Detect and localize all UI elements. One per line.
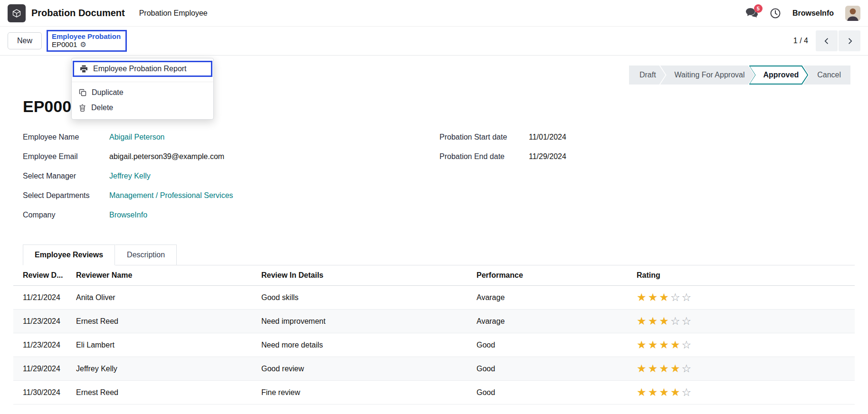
action-menu-gear-icon[interactable]: ⚙ <box>80 41 86 48</box>
messages-button[interactable]: 5 <box>745 8 758 19</box>
rating-stars[interactable]: ★★★★☆ <box>637 386 693 398</box>
breadcrumb-current: EP0001 <box>52 40 77 48</box>
header-reviewer-name[interactable]: Reviewer Name <box>76 265 261 286</box>
employee-email-value[interactable]: abigail.peterson39@example.com <box>109 152 224 161</box>
top-navbar: Probation Document Probation Employee 5 … <box>0 0 868 27</box>
status-step-cancel[interactable]: Cancel <box>803 66 850 85</box>
header-performance[interactable]: Performance <box>477 265 637 286</box>
manager-link[interactable]: Jeffrey Kelly <box>109 172 151 180</box>
star-filled-icon[interactable]: ★ <box>659 386 670 398</box>
app-name[interactable]: Probation Document <box>31 8 125 19</box>
star-filled-icon[interactable]: ★ <box>648 315 659 327</box>
table-row[interactable]: 11/29/2024 Jeffrey Kelly Good review Goo… <box>13 357 855 381</box>
star-filled-icon[interactable]: ★ <box>648 386 659 398</box>
rating-stars[interactable]: ★★★☆☆ <box>637 315 693 327</box>
review-details-cell: Need more details <box>261 333 477 357</box>
reviewer-name-cell: Ernest Reed <box>76 310 261 333</box>
menu-item-employee-probation-report[interactable]: Employee Probation Report <box>74 62 211 75</box>
star-filled-icon[interactable]: ★ <box>659 339 670 351</box>
menu-divider <box>72 82 213 82</box>
star-filled-icon[interactable]: ★ <box>637 339 648 351</box>
star-empty-icon[interactable]: ☆ <box>682 291 693 303</box>
reviewer-name-cell: Ernest Reed <box>76 381 261 405</box>
star-empty-icon[interactable]: ☆ <box>670 291 682 303</box>
notebook-tabs: Employee Reviews Description <box>23 245 855 265</box>
company-link[interactable]: BrowseInfo <box>109 211 147 219</box>
table-header-row: Review D... Reviewer Name Review In Deta… <box>13 265 855 286</box>
pager-next-button[interactable] <box>839 30 860 51</box>
annotation-box-report-item: Employee Probation Report <box>73 61 212 77</box>
star-empty-icon[interactable]: ☆ <box>682 362 693 375</box>
star-filled-icon[interactable]: ★ <box>637 386 648 398</box>
table-row[interactable]: 11/23/2024 Eli Lambert Need more details… <box>13 333 855 357</box>
rating-stars[interactable]: ★★★★☆ <box>637 362 693 375</box>
probation-start-date-value[interactable]: 11/01/2024 <box>529 133 566 141</box>
breadcrumb: EP0001 ⚙ <box>52 40 121 48</box>
user-avatar[interactable] <box>845 6 860 21</box>
star-empty-icon[interactable]: ☆ <box>670 315 682 327</box>
review-details-cell: Good skills <box>261 286 477 310</box>
status-step-approved[interactable]: Approved <box>749 66 809 85</box>
rating-cell: ★★★★☆ <box>637 357 855 381</box>
status-step-waiting[interactable]: Waiting For Approval <box>660 66 754 85</box>
chevron-left-icon <box>823 38 830 45</box>
employee-name-link[interactable]: Abigail Peterson <box>109 133 165 141</box>
menu-item-duplicate[interactable]: Duplicate <box>72 85 213 100</box>
menu-item-delete[interactable]: Delete <box>72 100 213 115</box>
star-empty-icon[interactable]: ☆ <box>682 339 693 351</box>
field-label: Select Manager <box>23 172 109 180</box>
rating-stars[interactable]: ★★★☆☆ <box>637 291 693 303</box>
field-employee-email: Employee Email abigail.peterson39@exampl… <box>23 152 439 161</box>
star-filled-icon[interactable]: ★ <box>637 315 648 327</box>
star-filled-icon[interactable]: ★ <box>648 291 659 303</box>
table-row[interactable]: 11/21/2024 Anita Oliver Good skills Avar… <box>13 286 855 310</box>
star-filled-icon[interactable]: ★ <box>637 362 648 375</box>
app-icon[interactable] <box>8 4 26 22</box>
probation-end-date-value[interactable]: 11/29/2024 <box>529 152 566 161</box>
star-filled-icon[interactable]: ★ <box>648 339 659 351</box>
printer-icon <box>80 65 88 73</box>
menu-item-label: Duplicate <box>92 88 124 97</box>
action-dropdown-menu: Employee Probation Report Duplicate Dele… <box>71 58 214 120</box>
star-empty-icon[interactable]: ☆ <box>682 386 693 398</box>
departments-link[interactable]: Management / Professional Services <box>109 191 233 200</box>
review-date-cell: 11/23/2024 <box>13 333 76 357</box>
field-label: Probation Start date <box>439 133 529 141</box>
review-details-cell: Good review <box>261 357 477 381</box>
tab-description[interactable]: Description <box>115 245 177 265</box>
star-filled-icon[interactable]: ★ <box>670 339 682 351</box>
navbar-right: 5 BrowseInfo <box>745 6 860 21</box>
review-details-cell: Fine review <box>261 381 477 405</box>
control-panel-right: 1 / 4 <box>793 30 860 51</box>
star-filled-icon[interactable]: ★ <box>659 291 670 303</box>
star-filled-icon[interactable]: ★ <box>659 362 670 375</box>
table-row[interactable]: 11/30/2024 Ernest Reed Fine review Good … <box>13 381 855 405</box>
header-review-date[interactable]: Review D... <box>13 265 76 286</box>
header-review-in-details[interactable]: Review In Details <box>261 265 477 286</box>
breadcrumb-parent-link[interactable]: Employee Probation <box>52 32 121 40</box>
table-row[interactable]: 11/23/2024 Ernest Reed Need improvement … <box>13 310 855 333</box>
clock-icon <box>770 8 781 19</box>
status-step-draft[interactable]: Draft <box>629 66 666 85</box>
avatar-image <box>845 6 860 21</box>
tab-employee-reviews[interactable]: Employee Reviews <box>23 245 115 265</box>
star-filled-icon[interactable]: ★ <box>670 386 682 398</box>
nav-menu-probation-employee[interactable]: Probation Employee <box>139 9 208 18</box>
star-filled-icon[interactable]: ★ <box>659 315 670 327</box>
rating-stars[interactable]: ★★★★☆ <box>637 339 693 351</box>
activities-button[interactable] <box>770 8 781 19</box>
star-filled-icon[interactable]: ★ <box>648 362 659 375</box>
statusbar: Draft Waiting For Approval Approved Canc… <box>629 66 850 85</box>
star-filled-icon[interactable]: ★ <box>637 291 648 303</box>
header-rating[interactable]: Rating <box>637 265 855 286</box>
company-switcher[interactable]: BrowseInfo <box>792 9 834 18</box>
field-employee-name: Employee Name Abigail Peterson <box>23 133 439 141</box>
field-label: Employee Name <box>23 133 109 141</box>
star-filled-icon[interactable]: ★ <box>670 362 682 375</box>
new-button[interactable]: New <box>8 32 42 49</box>
pager-previous-button[interactable] <box>816 30 838 51</box>
form-fields: Employee Name Abigail Peterson Employee … <box>13 133 855 230</box>
reviews-table-body: 11/21/2024 Anita Oliver Good skills Avar… <box>13 286 855 405</box>
performance-cell: Good <box>477 381 637 405</box>
star-empty-icon[interactable]: ☆ <box>682 315 693 327</box>
